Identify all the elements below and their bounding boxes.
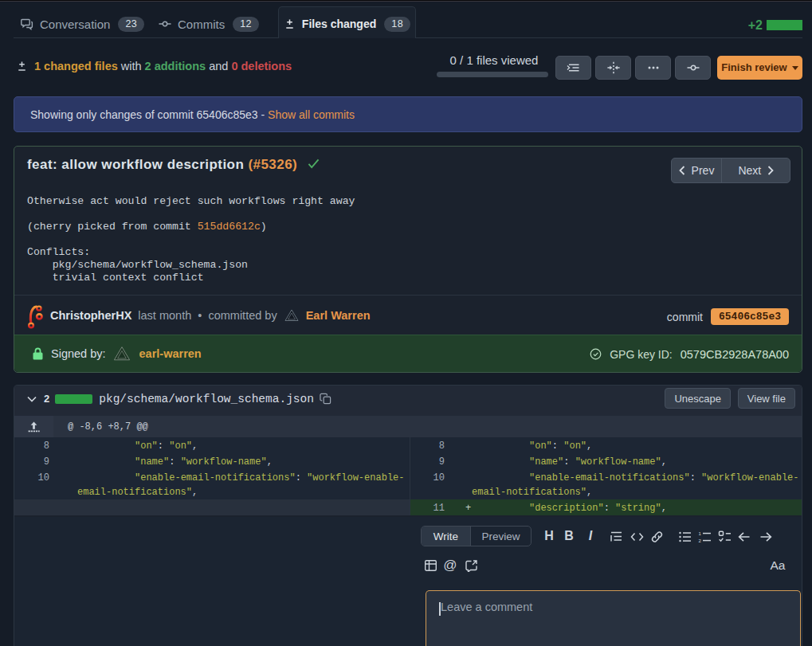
svg-text:2: 2: [698, 538, 701, 542]
svg-text:1: 1: [698, 531, 701, 535]
